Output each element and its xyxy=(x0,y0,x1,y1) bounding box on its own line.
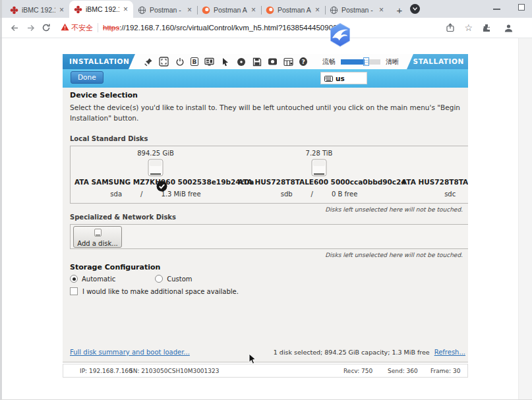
local-disks-note: Disks left unselected here will not be t… xyxy=(325,206,463,213)
back-icon[interactable] xyxy=(7,20,22,36)
thunder-download-icon[interactable] xyxy=(328,22,353,47)
power-icon[interactable] xyxy=(175,57,185,67)
tab-title: iBMC 192.168.7.16 xyxy=(22,6,55,14)
refresh-link[interactable]: Refresh... xyxy=(434,349,465,356)
tab-postman-api-2[interactable]: Postman API Platfo × xyxy=(261,2,325,18)
record-icon[interactable] xyxy=(268,57,278,67)
slider-smooth-label: 流畅 xyxy=(322,57,336,67)
page-scrollbar[interactable] xyxy=(518,38,532,400)
fullscreen-icon[interactable] xyxy=(159,57,169,67)
tab-ibmc-1[interactable]: iBMC 192.168.7.16 × xyxy=(5,2,69,18)
tab-title: iBMC 192.168.7.16 xyxy=(86,5,119,13)
quality-slider-handle[interactable] xyxy=(363,57,369,66)
not-secure-label: 不安全 xyxy=(71,23,93,33)
tab-postman-browse-2[interactable]: Postman - Browse × xyxy=(325,2,389,18)
globe-icon xyxy=(138,6,146,14)
browser-update-icon[interactable] xyxy=(410,4,420,14)
tab-close-icon[interactable]: × xyxy=(251,7,256,13)
mouse-pointer-icon[interactable] xyxy=(220,57,230,67)
screenshot-icon[interactable] xyxy=(283,57,293,67)
radio-automatic[interactable]: Automatic xyxy=(70,275,115,283)
tab-postman-browse-1[interactable]: Postman - Browse × xyxy=(133,2,197,18)
keyboard-layout-value: us xyxy=(336,74,345,82)
address-bar: 不安全 https://192.168.7.160/src/virtualCon… xyxy=(0,18,532,38)
disk-name: ATA SAMSUNG MZ7KH960 5002538e19b24c0a xyxy=(74,178,237,186)
disk-device: sdc xyxy=(444,190,456,198)
tab-ibmc-2-active[interactable]: iBMC 192.168.7.16 × xyxy=(69,1,133,18)
local-disks-panel: 894.25 GiB ATA SAMSUNG MZ7KH960 5002538e… xyxy=(70,146,468,204)
tab-title: Postman API Platfo xyxy=(278,6,311,14)
disk-free: 1.3 MiB free xyxy=(161,190,200,198)
done-button[interactable]: Done xyxy=(71,71,103,84)
tab-close-icon[interactable]: × xyxy=(123,6,129,13)
postman-favicon-icon xyxy=(202,6,210,14)
kvm-toolbar: B ? 流畅 清晰 xyxy=(129,54,413,69)
disk-tile-sdc[interactable]: 7.28 TiB ATA HUS728T8TALE600 5000cca0bbd… xyxy=(401,146,468,204)
disk-mount: / xyxy=(311,190,313,198)
url-field[interactable]: 不安全 https://192.168.7.160/src/virtualCon… xyxy=(61,23,442,33)
disk-free: 0 B free xyxy=(332,190,357,198)
new-tab-button[interactable]: + xyxy=(392,2,407,18)
url-divider xyxy=(98,23,98,32)
ibmc-favicon-icon xyxy=(74,5,82,14)
tab-title: Postman - Browse xyxy=(150,6,183,14)
tab-close-icon[interactable]: × xyxy=(187,7,192,13)
reload-icon[interactable] xyxy=(38,20,54,36)
forward-icon[interactable] xyxy=(22,20,38,36)
tab-title: Postman API Platfo xyxy=(214,6,247,14)
disk-tile-sdb[interactable]: 7.28 TiB ATA HUS728T8TALE600 5000cca0bbd… xyxy=(238,146,400,204)
pin-icon[interactable] xyxy=(143,57,153,67)
full-disk-summary-link[interactable]: Full disk summary and boot loader... xyxy=(70,349,190,356)
small-disk-icon xyxy=(94,227,102,239)
kvm-send-rate: Send: 360 xyxy=(388,368,418,374)
tab-close-icon[interactable]: × xyxy=(59,7,65,13)
cdrom-icon[interactable] xyxy=(236,57,246,67)
radio-automatic-dot[interactable] xyxy=(70,275,78,283)
keyboard-b-icon[interactable]: B xyxy=(191,57,198,66)
floppy-save-icon[interactable] xyxy=(252,57,262,67)
disk-name: ATA HUS728T8TALE600 5000cca0bbd90c24 xyxy=(238,178,400,186)
add-disk-button[interactable]: Add a disk... xyxy=(73,226,122,248)
additional-space-checkbox-row[interactable]: I would like to make additional space av… xyxy=(70,287,239,295)
extensions-puzzle-icon[interactable] xyxy=(479,20,494,36)
disk-tile-sda[interactable]: 894.25 GiB ATA SAMSUNG MZ7KH960 5002538e… xyxy=(74,146,237,204)
kvm-recv-rate: Recv: 750 xyxy=(343,368,372,374)
mouse-cursor xyxy=(249,353,256,367)
radio-custom-dot[interactable] xyxy=(155,275,163,283)
kvm-remote-screen: INSTALLATION DESTINATION STALLATION Done… xyxy=(63,54,468,362)
url-scheme: https xyxy=(103,24,119,32)
disk-device: sdb xyxy=(281,190,293,198)
keyboard-layout-indicator[interactable]: us xyxy=(320,72,367,84)
add-disk-label: Add a disk... xyxy=(77,240,118,247)
window-minimize-button[interactable] xyxy=(493,9,500,10)
profile-avatar-icon[interactable] xyxy=(500,20,516,36)
disk-mount: / xyxy=(140,190,142,198)
browser-window: iBMC 192.168.7.16 × iBMC 192.168.7.16 × … xyxy=(0,0,532,400)
quality-slider-track[interactable] xyxy=(341,59,380,65)
tab-postman-api-1[interactable]: Postman API Platfo × xyxy=(197,2,261,18)
kvm-frame-rate: Frame: 30 xyxy=(430,368,460,374)
radio-automatic-label: Automatic xyxy=(82,275,115,283)
radio-custom-label: Custom xyxy=(167,275,192,283)
disk-drive-icon xyxy=(311,159,327,177)
local-disks-title: Local Standard Disks xyxy=(70,135,148,142)
slider-sharp-label: 清晰 xyxy=(386,57,399,67)
disk-size: 7.28 TiB xyxy=(401,150,468,157)
ibmc-favicon-icon xyxy=(10,6,18,14)
bookmark-star-icon[interactable]: ☆ xyxy=(464,23,473,32)
disk-name: ATA HUS728T8TALE600 5000cca0bbd90c24 xyxy=(401,178,468,186)
storage-configuration-title: Storage Configuration xyxy=(70,263,160,271)
window-left-edge xyxy=(0,0,2,400)
screen-session-icon[interactable] xyxy=(204,57,214,67)
help-icon[interactable]: ? xyxy=(299,57,307,66)
tab-close-icon[interactable]: × xyxy=(314,7,320,13)
tab-title: Postman - Browse xyxy=(341,6,375,14)
window-maximize-button[interactable] xyxy=(518,4,525,11)
tab-close-icon[interactable]: × xyxy=(378,7,384,13)
radio-custom[interactable]: Custom xyxy=(155,275,192,283)
additional-space-checkbox[interactable] xyxy=(70,287,78,295)
selection-status-text: 1 disk selected; 894.25 GiB capacity; 1.… xyxy=(274,349,430,356)
tab-bar: iBMC 192.168.7.16 × iBMC 192.168.7.16 × … xyxy=(0,0,532,18)
share-icon[interactable] xyxy=(442,20,458,36)
url-text: ://192.168.7.160/src/virtualControl/kvm_… xyxy=(119,24,338,32)
